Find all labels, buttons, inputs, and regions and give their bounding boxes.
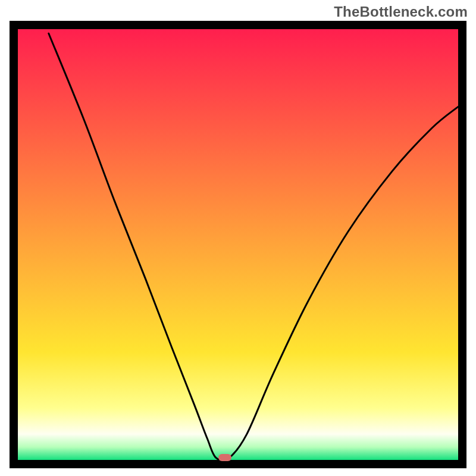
sweet-spot-marker — [218, 454, 231, 461]
watermark-text: TheBottleneck.com — [334, 4, 468, 20]
plot-border-bottom — [10, 460, 466, 468]
plot-border-top — [10, 21, 466, 29]
plot-border-left — [10, 21, 18, 468]
chart-stage: TheBottleneck.com — [0, 0, 476, 476]
bottleneck-curve — [18, 29, 458, 460]
plot-border-right — [458, 21, 466, 468]
